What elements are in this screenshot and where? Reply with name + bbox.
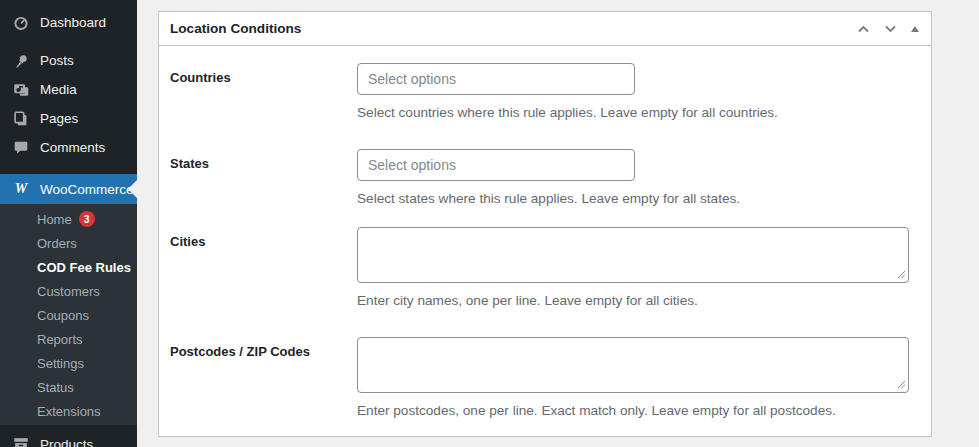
pushpin-icon — [11, 51, 31, 71]
submenu-item-extensions[interactable]: Extensions — [0, 399, 137, 423]
sidebar-item-products[interactable]: Products — [0, 429, 137, 447]
states-row: States Select states where this rule app… — [170, 149, 920, 207]
metabox-handle-actions — [855, 22, 921, 36]
states-select-input[interactable] — [357, 149, 635, 181]
submenu-item-status[interactable]: Status — [0, 375, 137, 399]
media-icon — [11, 80, 31, 100]
countries-row: Countries Select countries where this ru… — [170, 63, 920, 121]
sidebar-item-label: Media — [40, 82, 77, 97]
products-icon — [11, 434, 31, 447]
cities-label: Cities — [170, 227, 357, 309]
triangle-up-icon — [911, 26, 919, 32]
admin-sidebar: Dashboard Posts Media Pages Comments W W… — [0, 0, 137, 447]
metabox-title: Location Conditions — [170, 21, 301, 36]
submenu-item-settings[interactable]: Settings — [0, 351, 137, 375]
sidebar-item-label: Posts — [40, 53, 74, 68]
postcodes-label: Postcodes / ZIP Codes — [170, 337, 357, 419]
move-up-button[interactable] — [855, 22, 872, 36]
submenu-item-reports[interactable]: Reports — [0, 327, 137, 351]
move-down-button[interactable] — [882, 22, 899, 36]
sidebar-item-pages[interactable]: Pages — [0, 104, 137, 133]
countries-label: Countries — [170, 63, 357, 121]
submenu-item-coupons[interactable]: Coupons — [0, 303, 137, 327]
woocommerce-icon: W — [11, 179, 31, 199]
submenu-item-home[interactable]: Home 3 — [0, 207, 137, 231]
sidebar-item-posts[interactable]: Posts — [0, 46, 137, 75]
toggle-panel-button[interactable] — [909, 24, 921, 34]
update-count-badge: 3 — [79, 211, 95, 227]
submenu-item-orders[interactable]: Orders — [0, 231, 137, 255]
pages-icon — [11, 109, 31, 129]
cities-description: Enter city names, one per line. Leave em… — [357, 292, 920, 309]
countries-select-input[interactable] — [357, 63, 635, 95]
sidebar-item-label: WooCommerce — [40, 182, 134, 197]
submenu-item-cod-fee-rules[interactable]: COD Fee Rules — [0, 255, 137, 279]
cities-row: Cities Enter city names, one per line. L… — [170, 227, 920, 309]
sidebar-item-label: Products — [40, 437, 93, 447]
sidebar-item-label: Pages — [40, 111, 78, 126]
metabox-header: Location Conditions — [159, 12, 931, 46]
metabox-body: Countries Select countries where this ru… — [159, 46, 931, 419]
sidebar-item-label: Comments — [40, 140, 105, 155]
sidebar-item-comments[interactable]: Comments — [0, 133, 137, 162]
submenu-item-customers[interactable]: Customers — [0, 279, 137, 303]
comment-icon — [11, 138, 31, 158]
cities-textarea[interactable] — [357, 227, 909, 283]
sidebar-item-woocommerce[interactable]: W WooCommerce — [0, 174, 137, 204]
sidebar-item-dashboard[interactable]: Dashboard — [0, 8, 137, 37]
states-description: Select states where this rule applies. L… — [357, 190, 920, 207]
dashboard-icon — [11, 13, 31, 33]
location-conditions-metabox: Location Conditions Countries Select cou… — [158, 11, 932, 437]
postcodes-row: Postcodes / ZIP Codes Enter postcodes, o… — [170, 337, 920, 419]
postcodes-description: Enter postcodes, one per line. Exact mat… — [357, 402, 920, 419]
states-label: States — [170, 149, 357, 207]
countries-description: Select countries where this rule applies… — [357, 104, 920, 121]
woocommerce-submenu: Home 3 Orders COD Fee Rules Customers Co… — [0, 204, 137, 425]
sidebar-item-media[interactable]: Media — [0, 75, 137, 104]
sidebar-item-label: Dashboard — [40, 15, 106, 30]
postcodes-textarea[interactable] — [357, 337, 909, 393]
